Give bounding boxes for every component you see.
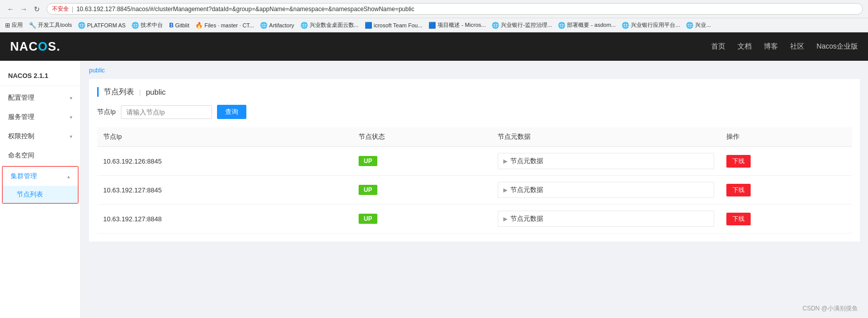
cell-meta-2: ▶ 节点元数据 bbox=[492, 176, 720, 205]
chevron-right-icon: ▶ bbox=[503, 216, 507, 222]
cell-action-2: 下线 bbox=[720, 176, 852, 205]
chevron-right-icon: ▶ bbox=[503, 187, 507, 193]
sidebar-item-config-label: 配置管理 bbox=[8, 93, 34, 102]
table-header: 节点Ip 节点状态 节点元数据 操作 bbox=[97, 127, 852, 147]
cell-action-1: 下线 bbox=[720, 147, 852, 176]
meta-label-3: 节点元数据 bbox=[510, 214, 543, 223]
bookmark-project[interactable]: 🟦项目概述 - Micros... bbox=[428, 21, 486, 29]
chevron-up-icon: ▴ bbox=[67, 174, 70, 179]
data-table: 节点Ip 节点状态 节点元数据 操作 10.63.192.126:8845 UP bbox=[97, 127, 852, 233]
sidebar-item-service[interactable]: 服务管理 ▾ bbox=[0, 107, 80, 127]
table-header-row: 节点Ip 节点状态 节点元数据 操作 bbox=[97, 127, 852, 147]
cluster-section: 集群管理 ▴ 节点列表 bbox=[2, 166, 78, 204]
page-card: 节点列表 | public 节点Ip 查询 节点Ip 节点状态 节点元数据 bbox=[89, 79, 860, 242]
browser-nav-buttons: ← → ↻ bbox=[5, 4, 42, 15]
cell-ip-3: 10.63.192.127:8848 bbox=[97, 205, 353, 233]
meta-data-expander-1[interactable]: ▶ 节点元数据 bbox=[498, 153, 714, 169]
col-node-meta: 节点元数据 bbox=[492, 127, 720, 147]
sidebar-item-auth[interactable]: 权限控制 ▾ bbox=[0, 127, 80, 146]
meta-data-expander-2[interactable]: ▶ 节点元数据 bbox=[498, 182, 714, 198]
bookmark-artifactory[interactable]: 🌐Artifactory bbox=[260, 22, 294, 29]
table-body: 10.63.192.126:8845 UP ▶ 节点元数据 bbox=[97, 147, 852, 233]
logo: NACOS. bbox=[10, 39, 60, 54]
status-badge-2: UP bbox=[359, 185, 377, 195]
sidebar-version: NACOS 2.1.1 bbox=[0, 66, 80, 86]
meta-label-1: 节点元数据 bbox=[510, 156, 543, 166]
bookmark-monitor[interactable]: 🌐兴业银行-监控治理... bbox=[492, 21, 552, 29]
top-nav: NACOS. 首页 文档 博客 社区 Nacos企业版 bbox=[0, 32, 868, 61]
filter-label: 节点Ip bbox=[97, 107, 116, 116]
bookmark-cloud[interactable]: 🌐兴业数金桌面云数... bbox=[300, 21, 359, 29]
main-content: public 节点列表 | public 节点Ip 查询 节点Ip bbox=[81, 61, 868, 318]
sidebar-item-service-label: 服务管理 bbox=[8, 112, 34, 122]
bookmark-devtools[interactable]: 🔧开发工具tools bbox=[29, 21, 72, 29]
bookmark-team[interactable]: 🟦icrosoft Team Fou... bbox=[365, 22, 422, 29]
chevron-down-icon: ▾ bbox=[70, 114, 72, 120]
breadcrumb: public bbox=[89, 67, 860, 74]
nav-docs[interactable]: 文档 bbox=[737, 42, 752, 51]
sidebar-item-auth-label: 权限控制 bbox=[8, 132, 34, 141]
csdn-watermark: CSDN @小满别摸鱼 bbox=[802, 304, 858, 313]
bookmark-tech[interactable]: 🌐技术中台 bbox=[132, 21, 163, 29]
chevron-down-icon: ▾ bbox=[70, 95, 72, 101]
page-subtitle: public bbox=[146, 88, 165, 96]
sidebar-submenu-item-nodelist[interactable]: 节点列表 bbox=[3, 186, 78, 203]
cell-status-1: UP bbox=[353, 147, 492, 176]
cell-ip-2: 10.63.192.127:8845 bbox=[97, 176, 353, 205]
cell-status-2: UP bbox=[353, 176, 492, 205]
table-row: 10.63.192.127:8848 UP ▶ 节点元数据 bbox=[97, 205, 852, 233]
page-divider: | bbox=[139, 88, 141, 96]
meta-label-2: 节点元数据 bbox=[510, 185, 543, 194]
browser-chrome: ← → ↻ 不安全 | 10.63.192.127:8845/nacos/#/c… bbox=[0, 0, 868, 18]
offline-button-2[interactable]: 下线 bbox=[726, 184, 751, 196]
col-action: 操作 bbox=[720, 127, 852, 147]
sidebar-item-cluster[interactable]: 集群管理 ▴ bbox=[3, 167, 78, 186]
cell-status-3: UP bbox=[353, 205, 492, 233]
bookmarks-bar: ⊞应用 🔧开发工具tools 🌐PLATFORM AS 🌐技术中台 BGitbl… bbox=[0, 18, 868, 32]
sidebar-item-cluster-label: 集群管理 bbox=[11, 172, 37, 181]
top-nav-links: 首页 文档 博客 社区 Nacos企业版 bbox=[711, 42, 858, 51]
bookmark-xingye[interactable]: 🌐兴业... bbox=[686, 21, 711, 29]
refresh-button[interactable]: ↻ bbox=[31, 4, 42, 15]
page-header: 节点列表 | public bbox=[97, 87, 852, 97]
node-ip-input[interactable] bbox=[121, 105, 212, 119]
query-button[interactable]: 查询 bbox=[217, 105, 246, 119]
cell-action-3: 下线 bbox=[720, 205, 852, 233]
app-container: NACOS. 首页 文档 博客 社区 Nacos企业版 NACOS 2.1.1 … bbox=[0, 32, 868, 318]
filter-row: 节点Ip 查询 bbox=[97, 105, 852, 119]
cell-meta-1: ▶ 节点元数据 bbox=[492, 147, 720, 176]
table-row: 10.63.192.127:8845 UP ▶ 节点元数据 bbox=[97, 176, 852, 205]
sidebar-item-namespace-label: 命名空间 bbox=[8, 151, 34, 160]
bookmark-app-platform[interactable]: 🌐兴业银行应用平台... bbox=[622, 21, 680, 29]
address-text: 10.63.192.127:8845/nacos/#/clusterManage… bbox=[76, 6, 414, 13]
col-node-status: 节点状态 bbox=[353, 127, 492, 147]
chevron-down-icon: ▾ bbox=[70, 134, 72, 139]
status-badge-3: UP bbox=[359, 214, 377, 224]
sidebar-item-namespace[interactable]: 命名空间 bbox=[0, 146, 80, 165]
bookmark-deploy[interactable]: 🌐部署概要 - asdom... bbox=[558, 21, 616, 29]
security-warning: 不安全 bbox=[52, 5, 69, 13]
bookmark-platform[interactable]: 🌐PLATFORM AS bbox=[78, 22, 125, 29]
address-bar[interactable]: 不安全 | 10.63.192.127:8845/nacos/#/cluster… bbox=[47, 3, 863, 15]
nav-home[interactable]: 首页 bbox=[711, 42, 725, 51]
bookmark-apps[interactable]: ⊞应用 bbox=[5, 21, 23, 29]
forward-button[interactable]: → bbox=[18, 4, 29, 15]
chevron-right-icon: ▶ bbox=[503, 158, 507, 165]
content-wrapper: NACOS 2.1.1 配置管理 ▾ 服务管理 ▾ 权限控制 ▾ 命名空间 集群… bbox=[0, 61, 868, 318]
nav-enterprise[interactable]: Nacos企业版 bbox=[816, 42, 858, 51]
bookmark-gitblit[interactable]: BGitblit bbox=[169, 22, 189, 29]
status-badge-1: UP bbox=[359, 156, 377, 166]
cell-ip-1: 10.63.192.126:8845 bbox=[97, 147, 353, 176]
nav-community[interactable]: 社区 bbox=[790, 42, 804, 51]
sidebar-submenu-cluster: 节点列表 bbox=[3, 186, 78, 203]
nav-blog[interactable]: 博客 bbox=[764, 42, 778, 51]
table-row: 10.63.192.126:8845 UP ▶ 节点元数据 bbox=[97, 147, 852, 176]
back-button[interactable]: ← bbox=[5, 4, 16, 15]
offline-button-3[interactable]: 下线 bbox=[726, 213, 751, 225]
col-node-ip: 节点Ip bbox=[97, 127, 353, 147]
meta-data-expander-3[interactable]: ▶ 节点元数据 bbox=[498, 211, 714, 227]
sidebar: NACOS 2.1.1 配置管理 ▾ 服务管理 ▾ 权限控制 ▾ 命名空间 集群… bbox=[0, 61, 81, 318]
offline-button-1[interactable]: 下线 bbox=[726, 155, 751, 168]
bookmark-files[interactable]: 🔥Files · master · CT... bbox=[195, 22, 254, 29]
sidebar-item-config[interactable]: 配置管理 ▾ bbox=[0, 88, 80, 107]
